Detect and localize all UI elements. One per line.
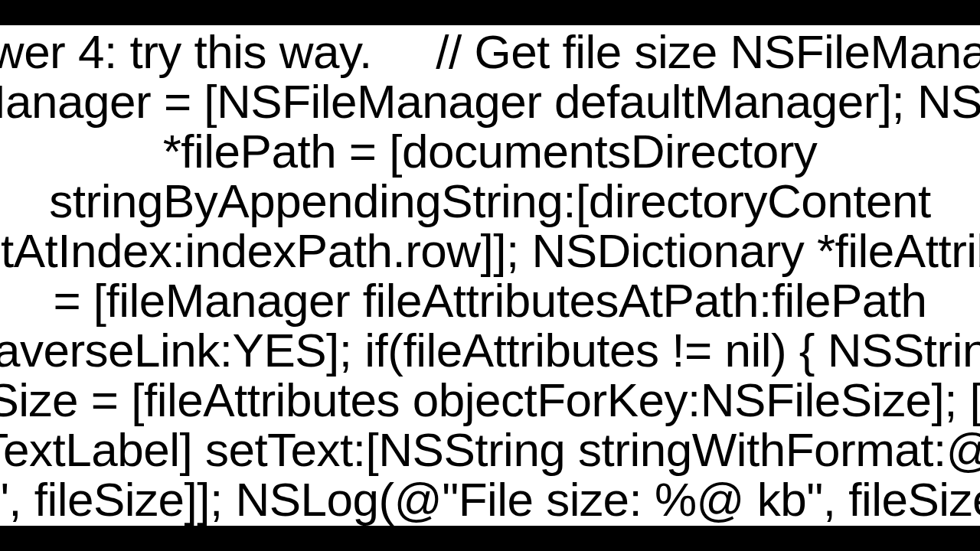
code-text-block: swer 4: try this way. // Get file size N… [0, 27, 980, 525]
document-page: swer 4: try this way. // Get file size N… [0, 25, 980, 526]
